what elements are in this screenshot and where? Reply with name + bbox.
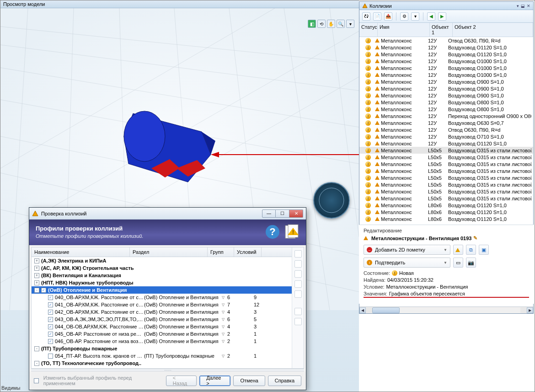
next-arrow-icon[interactable]: ▶	[438, 12, 446, 21]
profile-group[interactable]: -(ОиВ) Отопление и Вентиляция	[32, 286, 292, 294]
view-dropdown-icon[interactable]: ▾	[346, 20, 354, 28]
checkbox-icon[interactable]	[34, 378, 39, 383]
modify-before-apply-check[interactable]: Изменить выбранный профиль перед примене…	[34, 375, 162, 386]
chevron-down-icon[interactable]: ▽	[222, 310, 225, 314]
th-section[interactable]: Раздел	[130, 247, 208, 257]
th-cond[interactable]: Условий	[234, 247, 262, 257]
checkbox-icon[interactable]	[41, 288, 46, 293]
chevron-down-icon[interactable]: ▽	[222, 303, 225, 307]
chevron-down-icon[interactable]: ▽	[222, 317, 225, 322]
profile-group[interactable]: +(НПТ, НВК) Наружные трубопроводы	[32, 279, 292, 286]
collision-row[interactable]: !Металлоконс12УВоздуховод О710 S=1,0	[359, 133, 533, 140]
collision-row[interactable]: !МеталлоконсL50x5Воздуховод О315 из стал…	[359, 195, 533, 202]
checkbox-icon[interactable]	[48, 368, 53, 369]
collision-row[interactable]: !Металлоконс12УОтвод О630, П90, R=d	[359, 37, 533, 44]
cancel-button[interactable]: Отмена	[233, 376, 265, 386]
minimize-button[interactable]: —	[262, 209, 276, 218]
chevron-down-icon[interactable]: ▽	[222, 325, 225, 329]
profile-row[interactable]: 046_ОВ-АР. Расстояние от низа возду..(Ои…	[32, 338, 292, 345]
checkbox-icon[interactable]	[48, 339, 53, 344]
col-name[interactable]: Имя	[378, 23, 430, 37]
report-icon[interactable]: 📄	[373, 12, 381, 21]
checkbox-icon[interactable]	[48, 302, 53, 307]
maximize-button[interactable]: ☐	[276, 209, 289, 218]
expand-icon[interactable]: +	[34, 280, 39, 285]
scroll-right-icon[interactable]: ▶	[527, 307, 533, 313]
profile-row[interactable]: 041_ОВ-АР,КМ,КЖ. Расстояние от сте..(ОиВ…	[32, 301, 292, 308]
col-obj2[interactable]: Объект 2	[453, 23, 533, 37]
panel-pin-icon[interactable]: ⬓	[521, 4, 525, 8]
help-icon[interactable]: ?	[265, 224, 280, 240]
collision-row[interactable]: !Металлоконс12УВоздуховод О900 S=1,0	[359, 92, 533, 99]
collision-row[interactable]: !Металлоконс12УВоздуховод О1000 S=1,0	[359, 71, 533, 78]
collision-row[interactable]: !Металлоконс12УВоздуховод О1120 S=1,0	[359, 51, 533, 58]
zoom-icon[interactable]: 🔍	[337, 20, 345, 28]
collision-row[interactable]: !МеталлоконсL50x5Воздуховод О315 из стал…	[359, 174, 533, 181]
collisions-panel-header[interactable]: Коллизии ▾ ⬓ ✕	[359, 2, 533, 10]
navigation-compass[interactable]	[313, 182, 350, 219]
collision-row[interactable]: !Металлоконс12УВоздуховод О800 S=1,0	[359, 106, 533, 113]
expand-icon[interactable]: +	[34, 266, 39, 271]
collision-row[interactable]: !Металлоконс12УВоздуховод О900 S=1,0	[359, 78, 533, 85]
checkbox-icon[interactable]	[48, 317, 53, 322]
chevron-down-icon[interactable]: ▽	[222, 295, 225, 300]
th-group[interactable]: Групп	[208, 247, 234, 257]
profile-row[interactable]: 015_ТО,ТТ-ГП. Расстояние между вер..(ТО,…	[32, 367, 292, 368]
filter-icon[interactable]: ⚙	[400, 12, 408, 21]
export-icon[interactable]: 📤	[384, 12, 392, 21]
col-status[interactable]: Статус	[359, 23, 378, 37]
profile-row[interactable]: 043_ОВ-А,ЭК,ЭМ,ЭС,ЭО,ПТ,ВК,ТО,С..(ОиВ) О…	[32, 316, 292, 323]
collision-row[interactable]: !Металлоконс12УВоздуховод О1120 S=1,0	[359, 44, 533, 51]
checkbox-icon[interactable]	[48, 295, 53, 300]
profile-row[interactable]: 045_ОВ-АР. Расстояние от низа реше..(ОиВ…	[32, 330, 292, 338]
profile-group[interactable]: +(ВК) Вентиляция и Канализация	[32, 272, 292, 279]
collision-row[interactable]: !Металлоконс12УВоздуховод О1120 S=1,0	[359, 140, 533, 147]
profiles-tree[interactable]: Наименование Раздел Групп Условий +(А,ЭК…	[32, 247, 292, 368]
chevron-down-icon[interactable]: ▽	[222, 332, 225, 336]
si-copy-icon[interactable]	[294, 280, 302, 288]
profile-row[interactable]: 042_ОВ-АР,КМ,КЖ. Расстояние от сте..(ОиВ…	[32, 308, 292, 316]
si-save-icon[interactable]	[294, 318, 302, 325]
dialog-titlebar[interactable]: Проверка коллизий — ☐ ✕	[29, 208, 306, 220]
help-button[interactable]: Справка	[268, 376, 301, 386]
expand-icon[interactable]: -	[34, 346, 39, 351]
collision-row[interactable]: !МеталлоконсL80x6Воздуховод О1120 S=1,0	[359, 215, 533, 222]
snapshot-button[interactable]: ▣	[479, 245, 489, 255]
profile-row[interactable]: 054_ПТ-АР. Высота пож. кранов от по..(ПТ…	[32, 352, 292, 360]
view-cube-icon[interactable]: ◧	[308, 20, 316, 28]
expand-icon[interactable]: -	[34, 288, 39, 293]
edit-pencil-icon[interactable]: ✎	[473, 235, 477, 241]
profile-group[interactable]: +(АС, АР, КМ, КЖ) Строительная часть	[32, 264, 292, 272]
collision-row[interactable]: !МеталлоконсL80x6Воздуховод О1120 S=1,0	[359, 209, 533, 215]
collision-row[interactable]: !Металлоконс12УВоздуховод О630 S=0,7	[359, 119, 533, 126]
checkbox-icon[interactable]	[48, 354, 53, 359]
alert-button[interactable]	[453, 245, 463, 255]
collision-row[interactable]: !МеталлоконсL80x6Воздуховод О1120 S=1,0	[359, 202, 533, 209]
chevron-down-icon[interactable]: ▽	[222, 339, 225, 344]
next-button[interactable]: Далее >	[199, 376, 230, 386]
collision-row[interactable]: !МеталлоконсL50x5Воздуховод О315 из стал…	[359, 167, 533, 174]
collision-row[interactable]: !Металлоконс12УПереход односторонний О90…	[359, 113, 533, 119]
collision-row[interactable]: !Металлоконс12УОтвод О630, П90, R=d	[359, 126, 533, 133]
checkbox-icon[interactable]	[48, 324, 53, 329]
col-obj1[interactable]: Объект 1	[430, 23, 453, 37]
scroll-thumb[interactable]	[372, 307, 400, 313]
panel-menu-icon[interactable]: ▾	[517, 4, 519, 8]
collision-row[interactable]: !Металлоконс12УВоздуховод О1000 S=1,0	[359, 64, 533, 71]
profile-group[interactable]: -(ТО, ТТ) Технологические трубопровод..	[32, 360, 292, 367]
expand-icon[interactable]: -	[34, 361, 39, 366]
camera-button[interactable]: 📷	[466, 258, 476, 268]
copy-button[interactable]: ⧉	[466, 245, 476, 255]
prev-arrow-icon[interactable]: ◀	[427, 12, 435, 21]
profile-group[interactable]: -(ПТ) Трубопроводы пожарные	[32, 345, 292, 352]
collision-row[interactable]: !МеталлоконсL50x5Воздуховод О315 из стал…	[359, 188, 533, 195]
collision-row[interactable]: !МеталлоконсL50x5Воздуховод О315 из стал…	[359, 147, 533, 154]
th-name[interactable]: Наименование	[32, 247, 130, 257]
refresh-icon[interactable]: 🗘	[362, 12, 370, 21]
collision-row[interactable]: !Металлоконс12УВоздуховод О800 S=1,0	[359, 99, 533, 106]
si-edit-icon[interactable]	[294, 270, 302, 278]
si-folder-icon[interactable]	[294, 308, 302, 315]
scroll-left-icon[interactable]: ◀	[359, 307, 366, 313]
collision-row[interactable]: !Металлоконс12УВоздуховод О1000 S=1,0	[359, 58, 533, 64]
si-new-icon[interactable]	[294, 260, 302, 268]
